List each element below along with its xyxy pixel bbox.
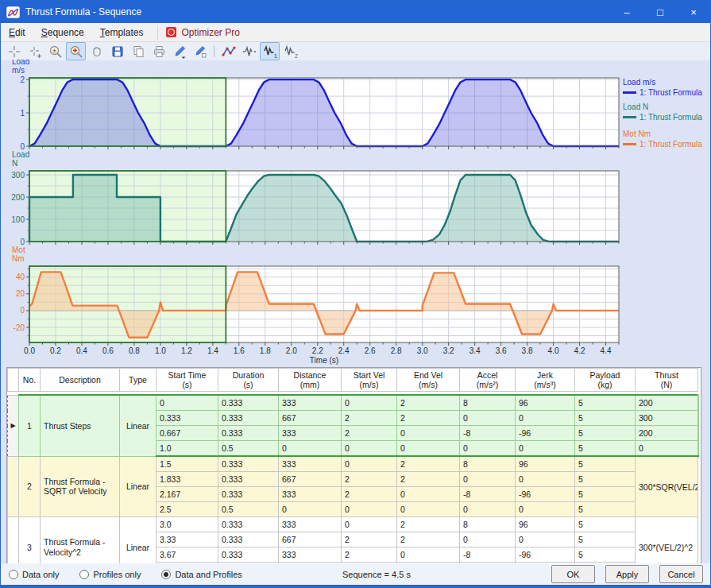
value-cell[interactable]: 0: [156, 395, 218, 411]
row-selector[interactable]: [8, 456, 19, 517]
waveform-plain-icon[interactable]: [239, 42, 259, 60]
value-cell[interactable]: 0: [460, 502, 516, 517]
type-cell[interactable]: Linear: [120, 395, 156, 456]
cancel-button[interactable]: Cancel: [659, 565, 703, 583]
value-cell[interactable]: 333: [279, 456, 342, 472]
radio-data-and-profiles[interactable]: Data and Profiles: [161, 570, 242, 579]
zoom-in-icon[interactable]: [66, 42, 86, 60]
value-cell[interactable]: 5: [575, 532, 636, 547]
value-cell[interactable]: 0: [397, 426, 460, 441]
value-cell[interactable]: -96: [516, 426, 575, 441]
value-cell[interactable]: 0: [460, 472, 516, 487]
ok-button[interactable]: OK: [551, 565, 595, 583]
pan-hand-icon[interactable]: [87, 42, 106, 60]
radio-dot[interactable]: [9, 570, 18, 579]
value-cell[interactable]: 0: [397, 547, 460, 563]
value-cell[interactable]: 0: [342, 517, 397, 532]
value-cell[interactable]: 0: [342, 502, 397, 517]
save-icon[interactable]: [107, 42, 127, 60]
value-cell[interactable]: 333: [279, 395, 342, 411]
value-cell[interactable]: 2: [342, 487, 397, 502]
copy-icon[interactable]: [128, 42, 148, 60]
value-cell[interactable]: 0.333: [218, 532, 279, 547]
profiles-chart[interactable]: 012Loadm/s0100200300LoadN-2002040MotNm0.…: [1, 60, 711, 365]
value-cell[interactable]: 0.333: [218, 487, 279, 502]
menu-item-edit[interactable]: Edit: [1, 25, 33, 41]
description-cell[interactable]: Thrust Formula - SQRT of Velocity: [41, 456, 120, 517]
value-cell[interactable]: 0.667: [156, 426, 218, 441]
cursor-crosshair-icon[interactable]: [4, 42, 24, 60]
value-cell[interactable]: 96: [516, 456, 575, 472]
value-cell[interactable]: 0: [460, 411, 516, 426]
value-cell[interactable]: 0: [279, 441, 342, 457]
value-cell[interactable]: 5: [575, 487, 636, 502]
value-cell[interactable]: 2: [397, 517, 460, 532]
value-cell[interactable]: 0.333: [218, 472, 279, 487]
value-cell[interactable]: 0.5: [218, 502, 279, 517]
value-cell[interactable]: 2: [342, 532, 397, 547]
type-cell[interactable]: Linear: [120, 456, 156, 517]
value-cell[interactable]: -8: [460, 426, 516, 441]
value-cell[interactable]: 3.67: [156, 547, 218, 563]
value-cell[interactable]: 2: [342, 472, 397, 487]
radio-dot[interactable]: [79, 570, 89, 579]
apply-button[interactable]: Apply: [605, 565, 649, 583]
value-cell[interactable]: 5: [575, 456, 636, 472]
value-cell[interactable]: 5: [575, 411, 636, 426]
value-cell[interactable]: 0.333: [218, 395, 279, 411]
value-cell[interactable]: -96: [516, 547, 575, 563]
value-cell[interactable]: 0: [516, 441, 575, 457]
value-cell[interactable]: 200: [636, 395, 698, 411]
waveform-one-icon[interactable]: 1: [260, 42, 280, 60]
value-cell[interactable]: 5: [575, 441, 636, 457]
value-cell[interactable]: -8: [460, 547, 516, 563]
value-cell[interactable]: 0.333: [218, 517, 279, 532]
value-cell[interactable]: 0.333: [218, 456, 279, 472]
value-cell[interactable]: 0: [342, 441, 397, 457]
value-cell[interactable]: 1.833: [156, 472, 218, 487]
value-cell[interactable]: -8: [460, 487, 516, 502]
value-cell[interactable]: 0: [516, 411, 575, 426]
menu-item-optimizer-pro[interactable]: Optimizer Pro: [157, 25, 247, 40]
chart-load-velocity[interactable]: 012Loadm/s: [12, 60, 619, 151]
value-cell[interactable]: 5: [575, 426, 636, 441]
value-cell[interactable]: 2: [397, 395, 460, 411]
value-cell[interactable]: 0.333: [218, 426, 279, 441]
value-cell[interactable]: 0: [397, 441, 460, 457]
value-cell[interactable]: 1.0: [156, 441, 218, 457]
value-cell[interactable]: 0: [516, 502, 575, 517]
radio-profiles-only[interactable]: Profiles only: [79, 570, 141, 579]
value-cell[interactable]: 0: [516, 532, 575, 547]
value-cell[interactable]: 333: [279, 487, 342, 502]
close-icon[interactable]: ×: [677, 1, 710, 23]
value-cell[interactable]: 0: [516, 472, 575, 487]
menu-item-sequence[interactable]: Sequence: [33, 25, 92, 41]
cursor-crosshair-add-icon[interactable]: [25, 42, 44, 60]
value-cell[interactable]: 667: [279, 532, 342, 547]
maximize-icon[interactable]: □: [643, 1, 677, 23]
move-number-cell[interactable]: 1: [19, 395, 41, 456]
radio-dot[interactable]: [161, 570, 171, 579]
edit-pen-icon[interactable]: [169, 42, 189, 60]
value-cell[interactable]: 0: [342, 456, 397, 472]
value-cell[interactable]: 300: [636, 411, 698, 426]
menu-item-templates[interactable]: Templates: [92, 25, 152, 41]
value-cell[interactable]: 5: [575, 517, 636, 532]
value-cell[interactable]: 0.333: [156, 411, 218, 426]
value-cell[interactable]: 96: [516, 395, 575, 411]
thrust-formula-cell[interactable]: 300*SQR(VEL/2): [636, 456, 698, 517]
move-number-cell[interactable]: 2: [19, 456, 41, 517]
value-cell[interactable]: 200: [636, 426, 698, 441]
value-cell[interactable]: 1.5: [156, 456, 218, 472]
value-cell[interactable]: 8: [460, 517, 516, 532]
value-cell[interactable]: 0: [397, 487, 460, 502]
value-cell[interactable]: 0.333: [218, 547, 279, 563]
value-cell[interactable]: 0: [342, 395, 397, 411]
value-cell[interactable]: 2.167: [156, 487, 218, 502]
value-cell[interactable]: 5: [575, 472, 636, 487]
print-icon[interactable]: [149, 42, 168, 60]
value-cell[interactable]: 667: [279, 411, 342, 426]
zoom-range-icon[interactable]: ±: [45, 42, 65, 60]
value-cell[interactable]: 333: [279, 547, 342, 563]
description-cell[interactable]: Thrust Steps: [41, 395, 120, 456]
